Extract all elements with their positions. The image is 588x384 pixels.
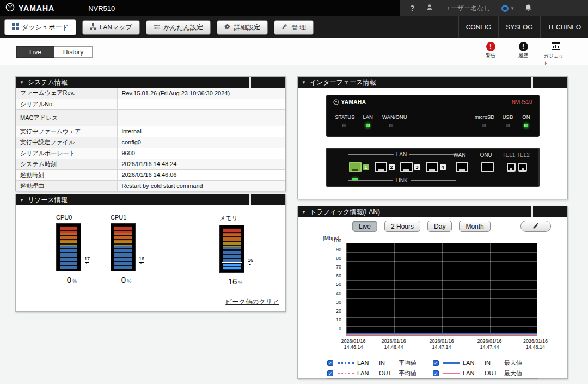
legend-checkbox-in-avg[interactable] (327, 360, 333, 366)
history-toggle-button[interactable]: History (54, 46, 93, 58)
panel-title: システム情報 (28, 78, 68, 87)
link-led (352, 178, 358, 180)
tab-lan-map[interactable]: LANマップ (82, 20, 140, 35)
resource-info-header: ▼ リソース情報 (16, 194, 285, 205)
in-avg-line-sample (338, 362, 354, 364)
in-max-line-sample (443, 362, 460, 364)
traffic-info-header: ▼ トラフィック情報(LAN) (298, 206, 567, 217)
link-config[interactable]: CONFIG (458, 16, 499, 38)
resource-info-panel: ▼ リソース情報 CPU0 17 0% CPU1 16 (15, 194, 286, 312)
range-buttons: Live 2 Hours Day Month (352, 221, 491, 232)
link-syslog[interactable]: SYSLOG (498, 16, 540, 38)
traffic-body: Live 2 Hours Day Month [Mbps] 1009080706… (298, 217, 567, 379)
wan-port[interactable] (456, 162, 468, 172)
gauge-bars (114, 226, 132, 269)
tab-label: 詳細設定 (234, 23, 260, 32)
power-led: ON (522, 107, 530, 127)
legend-checkbox-in-max[interactable] (433, 360, 439, 366)
lan-port-3[interactable]: 3 (400, 162, 420, 172)
warning-button[interactable]: ! 警告 (478, 42, 503, 67)
panel-header-handle (531, 77, 567, 88)
history-button[interactable]: ! 履歴 (511, 42, 536, 67)
tab-label: かんたん設定 (163, 23, 203, 32)
table-row: MACアドレス (16, 109, 285, 126)
nvr510-dashboard: YAMAHA NVR510 ? ユーザー名なし ▾ ダッシュボード LANマップ (0, 0, 588, 384)
lan-port-4[interactable]: 4 (426, 162, 446, 172)
cpu1-gauge: CPU1 16 0% (111, 214, 142, 286)
history-icon: ! (519, 42, 528, 51)
tab-advanced-settings[interactable]: 詳細設定 (217, 20, 268, 35)
topbar-right: ? ユーザー名なし ▾ (400, 0, 588, 16)
lan-in-series-line (346, 333, 537, 334)
lan-port-1[interactable]: 1 (349, 162, 369, 172)
edit-chart-button[interactable] (520, 221, 551, 232)
lan-map-icon (90, 23, 96, 32)
tab-easy-setup[interactable]: かんたん設定 (146, 20, 211, 35)
status-led: STATUS (335, 107, 354, 127)
pencil-icon (532, 222, 540, 231)
account-menu[interactable]: ▾ (501, 5, 514, 12)
panel-title: トラフィック情報(LAN) (310, 208, 380, 217)
resource-gauges: CPU0 17 0% CPU1 16 0% メモリ (16, 205, 285, 286)
tab-label: 管 理 (291, 23, 306, 32)
system-info-header: ▼ システム情報 (16, 77, 285, 88)
microsd-led: microSD (475, 107, 493, 127)
range-live-button[interactable]: Live (352, 221, 377, 232)
onu-port[interactable] (481, 162, 494, 172)
table-row: 起動時刻2026/01/16 14:46:06 (16, 169, 285, 180)
gauge-value: 0% (111, 275, 142, 284)
help-icon[interactable]: ? (410, 4, 415, 13)
tab-admin[interactable]: 管 理 (274, 20, 314, 35)
gauge-value: 0% (56, 275, 88, 284)
wan-label: WAN (454, 152, 466, 158)
live-history-toggle: Live History (16, 46, 93, 58)
system-info-table: ファームウェアRev.Rev.15.01.26 (Fri Aug 23 10:3… (16, 88, 285, 192)
gadget-button[interactable]: ガジェット (543, 42, 568, 67)
live-toggle-button[interactable]: Live (16, 46, 54, 58)
gauge-level-line (222, 262, 242, 263)
usb-led: USB (503, 107, 513, 127)
traffic-chart-plot[interactable] (346, 243, 537, 336)
range-2hours-button[interactable]: 2 Hours (384, 221, 420, 232)
easy-setup-icon (154, 23, 160, 32)
gear-icon (224, 23, 231, 32)
legend-row-out: LAN OUT 平均値 LAN OUT 最大値 (327, 368, 538, 379)
out-max-line-sample (443, 373, 460, 374)
warning-icon: ! (486, 42, 495, 51)
panel-title: インターフェース情報 (310, 78, 376, 87)
chevron-down-icon: ▾ (511, 5, 514, 11)
tel-label: TEL1 TEL2 (503, 152, 530, 158)
cpu0-gauge: CPU0 17 0% (56, 214, 88, 286)
lan-port-2[interactable]: 2 (375, 162, 395, 172)
table-row: 実行中ファームウェアinternal (16, 126, 285, 137)
tel-ports[interactable] (507, 163, 527, 172)
sub-strip: Live History ! 警告 ! 履歴 ガジェット (0, 38, 588, 65)
wrench-icon (281, 23, 288, 32)
legend-checkbox-out-max[interactable] (433, 370, 439, 376)
collapse-icon[interactable]: ▼ (20, 198, 24, 203)
tab-dashboard[interactable]: ダッシュボード (4, 19, 76, 35)
table-row: 実行中設定ファイルconfig0 (16, 137, 285, 148)
front-yamaha-logo: YAMAHA (333, 99, 366, 105)
range-month-button[interactable]: Month (459, 221, 490, 232)
clear-peak-link[interactable]: ピーク値のクリア (225, 297, 279, 307)
collapse-icon[interactable]: ▼ (20, 80, 24, 85)
history-label: 履歴 (518, 52, 528, 59)
link-techinfo[interactable]: TECHINFO (540, 16, 588, 38)
collapse-icon[interactable]: ▼ (302, 80, 306, 85)
legend-checkbox-out-avg[interactable] (327, 370, 333, 376)
gauge-value: 16% (219, 277, 251, 286)
notification-bell-icon[interactable] (524, 3, 532, 14)
quick-icons: ! 警告 ! 履歴 ガジェット (478, 42, 568, 67)
range-day-button[interactable]: Day (427, 221, 452, 232)
main-nav: ダッシュボード LANマップ かんたん設定 詳細設定 管 理 CONFIG SY… (0, 16, 588, 38)
nav-links: CONFIG SYSLOG TECHINFO (458, 16, 588, 38)
gadget-icon (552, 42, 560, 52)
table-row: シリアルボーレート9600 (16, 148, 285, 159)
out-avg-line-sample (338, 373, 354, 374)
wan-onu-led: WAN/ONU (382, 107, 401, 127)
panel-title: リソース情報 (28, 196, 68, 205)
gauge-meter: 16 (219, 225, 244, 273)
collapse-icon[interactable]: ▼ (302, 210, 306, 215)
chart-legend: LAN IN 平均値 LAN IN 最大値 (327, 358, 538, 379)
